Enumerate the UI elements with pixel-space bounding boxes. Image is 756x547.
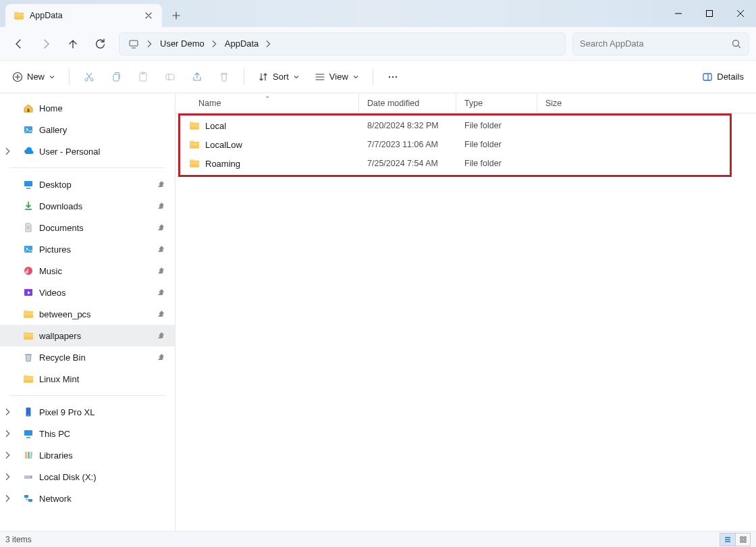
chevron-down-icon [352,74,359,80]
forward-button[interactable] [34,32,58,56]
svg-rect-24 [24,430,32,436]
details-view-button[interactable] [720,533,735,546]
svg-point-4 [85,78,88,81]
cut-button[interactable] [78,66,101,88]
column-size[interactable]: Size [537,93,756,113]
search-icon [731,38,742,49]
back-button[interactable] [7,32,31,56]
expand-icon[interactable] [4,429,16,438]
view-button[interactable]: View [309,66,364,88]
pin-icon [157,310,165,318]
pictures-icon [23,244,34,255]
pin-icon [157,180,165,188]
minimize-button[interactable] [663,0,694,27]
file-list: Local 8/20/2024 8:32 PM File folder Loca… [176,113,756,176]
libraries-icon [23,450,34,461]
svg-rect-17 [24,181,32,186]
file-date: 7/7/2023 11:06 AM [359,140,456,149]
sidebar-item-libraries[interactable]: Libraries [0,444,175,466]
svg-point-20 [24,267,32,275]
close-window-button[interactable] [725,0,756,27]
chevron-down-icon [49,74,55,80]
copy-button[interactable] [105,66,128,88]
search-box[interactable] [572,32,749,55]
sidebar-item-linuxmint[interactable]: Linux Mint [0,368,175,390]
file-row[interactable]: LocalLow 7/7/2023 11:06 AM File folder [176,135,756,154]
tab-title: AppData [30,11,138,20]
phone-icon [23,407,34,417]
sidebar-item-thispc[interactable]: This PC [0,423,175,444]
folder-icon [189,139,200,150]
sidebar-item-documents[interactable]: Documents [0,217,175,238]
chevron-down-icon [293,74,300,80]
music-icon [23,265,34,276]
paste-button[interactable] [132,66,155,88]
breadcrumb-item[interactable]: AppData [221,38,263,49]
sidebar-item-downloads[interactable]: Downloads [0,195,175,217]
tab-appdata[interactable]: AppData [5,4,162,27]
sidebar-item-pictures[interactable]: Pictures [0,238,175,260]
sidebar-item-network[interactable]: Network [0,488,175,509]
expand-icon[interactable] [4,147,16,155]
column-date[interactable]: Date modified [359,93,456,113]
chevron-right-icon[interactable] [209,40,221,48]
sidebar-item-phone[interactable]: Pixel 9 Pro XL [0,401,175,423]
details-pane-button[interactable]: Details [697,66,749,88]
close-tab-button[interactable] [143,10,154,21]
refresh-button[interactable] [88,32,112,56]
sidebar-item-betweenpcs[interactable]: between_pcs [0,303,175,325]
svg-point-11 [392,76,394,77]
expand-icon[interactable] [4,473,16,481]
column-name[interactable]: Name ⌄ [176,93,359,113]
sort-button[interactable]: Sort [252,66,305,88]
address-bar: User Demo AppData [0,27,756,61]
sidebar-label: Recycle Bin [39,353,86,363]
sidebar-item-localdisk[interactable]: Local Disk (X:) [0,466,175,488]
chevron-right-icon[interactable] [263,40,275,48]
rename-button[interactable] [159,66,182,88]
sidebar-label: Pixel 9 Pro XL [39,407,94,417]
sidebar-item-onedrive[interactable]: User - Personal [0,140,175,162]
svg-point-23 [28,415,28,415]
title-bar: AppData [0,0,756,27]
sidebar-label: Home [39,103,63,113]
sidebar-item-desktop[interactable]: Desktop [0,174,175,195]
column-type[interactable]: Type [456,93,537,113]
search-input[interactable] [580,38,731,49]
sidebar-label: Downloads [39,201,82,211]
delete-button[interactable] [213,66,236,88]
sidebar-item-music[interactable]: Music [0,260,175,282]
expand-icon[interactable] [4,451,16,459]
new-button[interactable]: New [7,66,61,88]
column-headers: Name ⌄ Date modified Type Size [176,93,756,113]
download-icon [23,201,34,211]
up-button[interactable] [61,32,85,56]
sidebar-item-wallpapers[interactable]: wallpapers [0,325,175,346]
file-date: 8/20/2024 8:32 PM [359,121,456,130]
maximize-button[interactable] [694,0,725,27]
pin-icon [157,332,165,340]
drive-icon [23,471,34,482]
expand-icon[interactable] [4,494,16,502]
icons-view-button[interactable] [735,533,750,546]
sidebar-item-videos[interactable]: Videos [0,282,175,303]
breadcrumb[interactable]: User Demo AppData [119,32,566,55]
sidebar-item-recyclebin[interactable]: Recycle Bin [0,346,175,368]
expand-icon[interactable] [4,408,16,416]
file-row[interactable]: Local 8/20/2024 8:32 PM File folder [176,116,756,135]
sidebar-item-gallery[interactable]: Gallery [0,119,175,140]
sidebar-label: Music [39,266,62,276]
breadcrumb-item[interactable]: User Demo [156,38,209,49]
file-name: Roaming [205,159,240,169]
share-button[interactable] [186,66,209,88]
more-button[interactable] [381,66,404,88]
file-row[interactable]: Roaming 7/25/2024 7:54 AM File folder [176,154,756,173]
pin-icon [157,245,165,253]
details-label: Details [717,72,744,82]
sidebar-label: wallpapers [39,331,81,341]
file-type: File folder [456,121,537,130]
sidebar-item-home[interactable]: Home [0,97,175,119]
view-mode-toggle [720,533,751,546]
new-tab-button[interactable] [165,4,188,27]
chevron-right-icon[interactable] [144,40,156,48]
